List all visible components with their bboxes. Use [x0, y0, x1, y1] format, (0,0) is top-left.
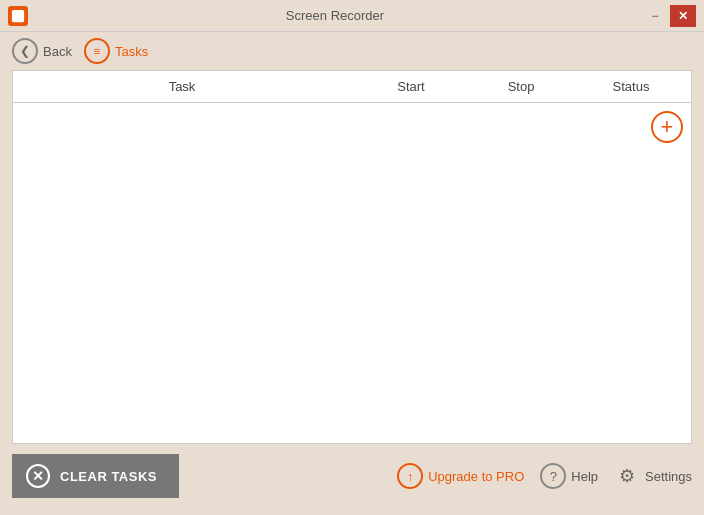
help-label: Help	[571, 469, 598, 484]
clear-tasks-label: CLEAR TASKS	[60, 469, 157, 484]
minimize-button[interactable]: −	[642, 5, 668, 27]
app-icon	[8, 6, 28, 26]
gear-icon: ⚙	[614, 463, 640, 489]
help-button[interactable]: ? Help	[540, 463, 598, 489]
settings-label: Settings	[645, 469, 692, 484]
title-bar: Screen Recorder − ✕	[0, 0, 704, 32]
close-button[interactable]: ✕	[670, 5, 696, 27]
tasks-circle-icon: ≡	[84, 38, 110, 64]
help-icon: ?	[540, 463, 566, 489]
back-button[interactable]: ❮ Back	[12, 38, 72, 64]
column-status: Status	[571, 77, 691, 96]
upgrade-button[interactable]: ↑ Upgrade to PRO	[397, 463, 524, 489]
back-circle-icon: ❮	[12, 38, 38, 64]
bottom-bar: ✕ CLEAR TASKS ↑ Upgrade to PRO ? Help ⚙ …	[0, 444, 704, 508]
window-title: Screen Recorder	[28, 8, 642, 23]
table-header: Task Start Stop Status	[13, 71, 691, 103]
settings-button[interactable]: ⚙ Settings	[614, 463, 692, 489]
task-table: Task Start Stop Status +	[12, 70, 692, 444]
window-controls: − ✕	[642, 5, 696, 27]
column-task: Task	[13, 77, 351, 96]
upgrade-icon: ↑	[397, 463, 423, 489]
add-task-button[interactable]: +	[651, 111, 683, 143]
clear-tasks-button[interactable]: ✕ CLEAR TASKS	[12, 454, 179, 498]
column-stop: Stop	[471, 77, 571, 96]
table-body: +	[13, 103, 691, 443]
back-label: Back	[43, 44, 72, 59]
upgrade-label: Upgrade to PRO	[428, 469, 524, 484]
nav-bar: ❮ Back ≡ Tasks	[0, 32, 704, 70]
tasks-label: Tasks	[115, 44, 148, 59]
svg-rect-0	[12, 9, 24, 21]
tasks-button[interactable]: ≡ Tasks	[84, 38, 148, 64]
bottom-right-actions: ↑ Upgrade to PRO ? Help ⚙ Settings	[397, 463, 692, 489]
clear-tasks-icon: ✕	[26, 464, 50, 488]
column-start: Start	[351, 77, 471, 96]
main-area: Task Start Stop Status +	[0, 70, 704, 444]
